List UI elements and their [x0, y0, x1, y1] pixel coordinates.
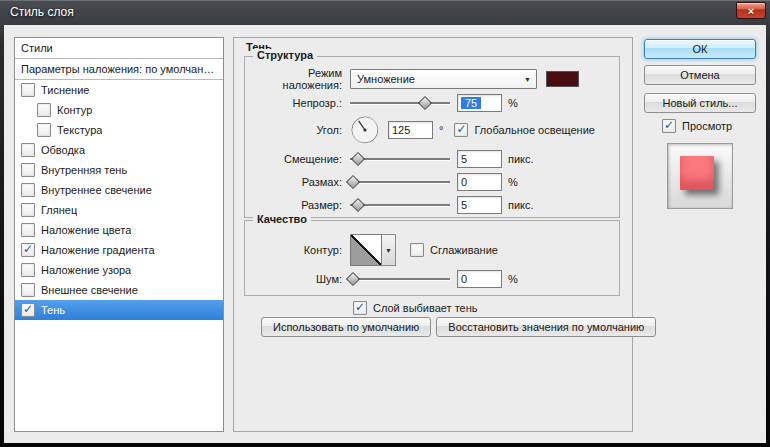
inner-glow-checkbox[interactable]: ✓ — [21, 183, 35, 197]
sidebar-item-gradient-overlay[interactable]: ✓ Наложение градиента — [15, 240, 223, 260]
spread-slider[interactable] — [350, 175, 450, 189]
contour-picker-button[interactable]: ▼ — [382, 234, 396, 266]
knockout-checkbox[interactable]: ✓ — [353, 301, 367, 315]
knockout-label: Слой выбивает тень — [373, 302, 478, 314]
spread-value: 0 — [461, 176, 467, 188]
pattern-overlay-checkbox[interactable]: ✓ — [21, 263, 35, 277]
stroke-checkbox[interactable]: ✓ — [21, 143, 35, 157]
noise-row: Шум: 0 % — [247, 269, 617, 289]
noise-input[interactable]: 0 — [457, 270, 502, 288]
angle-input[interactable]: 125 — [388, 121, 433, 139]
close-button[interactable]: × — [736, 2, 766, 19]
sidebar-item-color-overlay[interactable]: ✓ Наложение цвета — [15, 220, 223, 240]
texture-checkbox[interactable]: ✓ — [37, 123, 51, 137]
antialias-checkbox[interactable]: ✓ — [410, 243, 424, 257]
ok-button[interactable]: ОК — [644, 39, 756, 59]
knockout-row: ✓ Слой выбивает тень — [353, 300, 478, 316]
sidebar-item-inner-shadow[interactable]: ✓ Внутренняя тень — [15, 160, 223, 180]
cancel-button[interactable]: Отмена — [644, 65, 756, 85]
style-preview — [667, 143, 733, 209]
checkmark-icon: ✓ — [23, 243, 33, 255]
sidebar-item-label: Наложение узора — [41, 264, 131, 276]
size-row: Размер: 5 пикс. — [247, 195, 617, 215]
spread-unit: % — [508, 176, 518, 188]
noise-slider[interactable] — [350, 272, 450, 286]
angle-value: 125 — [392, 124, 410, 136]
drop-shadow-checkbox[interactable]: ✓ — [21, 303, 35, 317]
chevron-down-icon: ▼ — [524, 76, 531, 83]
sidebar-item-label: Наложение градиента — [41, 244, 155, 256]
opacity-unit: % — [508, 97, 518, 109]
gradient-overlay-checkbox[interactable]: ✓ — [21, 243, 35, 257]
preview-checkbox[interactable]: ✓ — [662, 119, 676, 133]
opacity-input[interactable]: 75 — [457, 94, 502, 112]
angle-dial[interactable] — [350, 115, 380, 145]
make-default-button[interactable]: Использовать по умолчанию — [261, 317, 431, 337]
reset-default-button[interactable]: Восстановить значения по умолчанию — [436, 317, 656, 337]
sidebar-item-contour[interactable]: ✓ Контур — [15, 100, 223, 120]
distance-label: Смещение: — [247, 153, 342, 165]
sidebar-item-label: Тень — [41, 304, 65, 316]
structure-group-title: Структура — [253, 49, 317, 61]
close-icon: × — [748, 5, 754, 17]
spread-input[interactable]: 0 — [457, 173, 502, 191]
title-bar[interactable]: Стиль слоя × — [0, 1, 770, 25]
bevel-checkbox[interactable]: ✓ — [21, 83, 35, 97]
size-value: 5 — [461, 199, 467, 211]
outer-glow-checkbox[interactable]: ✓ — [21, 283, 35, 297]
shadow-color-swatch[interactable] — [546, 71, 579, 87]
blend-mode-value: Умножение — [357, 73, 415, 85]
satin-checkbox[interactable]: ✓ — [21, 203, 35, 217]
distance-slider[interactable] — [350, 152, 450, 166]
checkmark-icon: ✓ — [23, 303, 33, 315]
sidebar-item-satin[interactable]: ✓ Глянец — [15, 200, 223, 220]
spread-row: Размах: 0 % — [247, 172, 617, 192]
global-light-checkbox[interactable]: ✓ — [454, 123, 468, 137]
quality-group-title: Качество — [253, 213, 311, 225]
sidebar-item-bevel[interactable]: ✓ Тиснение — [15, 80, 223, 100]
opacity-slider[interactable] — [350, 96, 450, 110]
opacity-value: 75 — [461, 97, 481, 109]
antialias-label: Сглаживание — [430, 244, 498, 256]
slider-thumb[interactable] — [346, 175, 360, 189]
sidebar-item-blending-options[interactable]: Параметры наложения: по умолчанию — [15, 59, 223, 79]
size-label: Размер: — [247, 199, 342, 211]
blend-mode-row: Режим наложения: Умножение ▼ — [247, 69, 617, 89]
color-overlay-checkbox[interactable]: ✓ — [21, 223, 35, 237]
sidebar-item-styles[interactable]: Стили — [15, 38, 223, 58]
opacity-row: Непрозр.: 75 % — [247, 93, 617, 113]
checkmark-icon: ✓ — [456, 123, 466, 135]
sidebar-item-stroke[interactable]: ✓ Обводка — [15, 140, 223, 160]
checkmark-icon: ✓ — [355, 301, 365, 313]
window-title: Стиль слоя — [10, 5, 74, 19]
sidebar-item-label: Внутренняя тень — [41, 164, 127, 176]
contour-row: Контур: ▼ ✓ Сглаживание — [247, 233, 617, 267]
size-unit: пикс. — [508, 199, 534, 211]
slider-thumb[interactable] — [418, 96, 432, 110]
contour-checkbox[interactable]: ✓ — [37, 103, 51, 117]
preview-label: Просмотр — [682, 120, 732, 132]
contour-thumbnail[interactable] — [350, 234, 382, 266]
sidebar-item-inner-glow[interactable]: ✓ Внутреннее свечение — [15, 180, 223, 200]
inner-shadow-checkbox[interactable]: ✓ — [21, 163, 35, 177]
distance-row: Смещение: 5 пикс. — [247, 149, 617, 169]
size-slider[interactable] — [350, 198, 450, 212]
noise-unit: % — [508, 273, 518, 285]
distance-input[interactable]: 5 — [457, 150, 502, 168]
action-column: ОК Отмена Новый стиль... ✓ Просмотр — [644, 39, 756, 209]
contour-label: Контур: — [247, 244, 342, 256]
sidebar-item-pattern-overlay[interactable]: ✓ Наложение узора — [15, 260, 223, 280]
sidebar-item-outer-glow[interactable]: ✓ Внешнее свечение — [15, 280, 223, 300]
sidebar-item-drop-shadow[interactable]: ✓ Тень — [15, 300, 223, 320]
sidebar-item-label: Глянец — [41, 204, 77, 216]
sidebar-item-texture[interactable]: ✓ Текстура — [15, 120, 223, 140]
structure-group: Структура Режим наложения: Умножение ▼ Н… — [244, 56, 620, 218]
blend-mode-select[interactable]: Умножение ▼ — [350, 69, 537, 89]
quality-group: Качество Контур: ▼ ✓ Сглаживание Шум: 0 … — [244, 220, 620, 296]
new-style-button[interactable]: Новый стиль... — [644, 93, 756, 113]
slider-thumb[interactable] — [351, 152, 365, 166]
chevron-down-icon: ▼ — [385, 247, 392, 254]
size-input[interactable]: 5 — [457, 196, 502, 214]
slider-thumb[interactable] — [346, 272, 360, 286]
slider-thumb[interactable] — [351, 198, 365, 212]
